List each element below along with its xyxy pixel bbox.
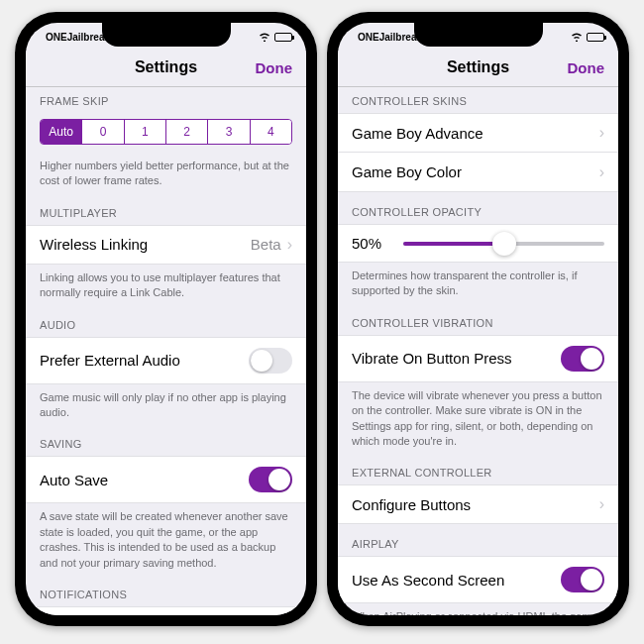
gba-skin-label: Game Boy Advance [352, 125, 483, 142]
settings-content[interactable]: FRAME SKIP Auto 0 1 2 3 4 Higher numbers… [26, 87, 306, 615]
vibration-footer: The device will vibrate whenever you pre… [338, 382, 618, 454]
airplay-footer: When AirPlaying or connected via HDMI, t… [338, 603, 618, 615]
multiplayer-footer: Linking allows you to use multiplayer fe… [26, 265, 306, 305]
battery-icon [274, 33, 292, 42]
chevron-right-icon: › [599, 495, 604, 513]
section-controller-opacity: CONTROLLER OPACITY [338, 192, 618, 224]
seg-4[interactable]: 4 [251, 120, 291, 144]
prefer-external-audio-toggle[interactable] [249, 348, 292, 374]
push-notifications-cell[interactable]: Push Notifications On› [26, 606, 306, 615]
screen: ONEJailbreak Settings Done FRAME SKIP Au… [26, 23, 306, 615]
section-controller-skins: CONTROLLER SKINS [338, 87, 618, 113]
chevron-right-icon: › [287, 236, 292, 254]
opacity-footer: Determines how transparent the controlle… [338, 263, 618, 303]
section-frame-skip: FRAME SKIP [26, 87, 306, 113]
done-button[interactable]: Done [256, 59, 293, 76]
section-external-controller: EXTERNAL CONTROLLER [338, 453, 618, 484]
section-airplay: AIRPLAY [338, 524, 618, 556]
chevron-right-icon: › [599, 163, 604, 181]
wireless-linking-label: Wireless Linking [40, 236, 148, 253]
nav-title: Settings [135, 58, 197, 76]
nav-title: Settings [447, 58, 509, 76]
section-notifications: NOTIFICATIONS [26, 575, 306, 606]
auto-save-toggle[interactable] [249, 467, 292, 492]
section-audio: AUDIO [26, 305, 306, 337]
wireless-linking-cell[interactable]: Wireless Linking Beta› [26, 225, 306, 265]
saving-footer: A save state will be created whenever an… [26, 503, 306, 575]
section-controller-vibration: CONTROLLER VIBRATION [338, 303, 618, 335]
prefer-external-audio-cell[interactable]: Prefer External Audio [26, 337, 306, 384]
gba-skin-cell[interactable]: Game Boy Advance › [338, 113, 618, 153]
seg-2[interactable]: 2 [166, 120, 208, 144]
nav-bar: Settings Done [26, 51, 306, 87]
opacity-slider[interactable] [403, 242, 604, 246]
opacity-value: 50% [352, 235, 391, 252]
wireless-linking-value: Beta› [251, 236, 292, 254]
second-screen-cell[interactable]: Use As Second Screen [338, 556, 618, 603]
screen: ONEJailbreak Settings Done CONTROLLER SK… [338, 23, 618, 615]
status-bar: ONEJailbreak [338, 23, 618, 51]
section-multiplayer: MULTIPLAYER [26, 193, 306, 225]
wifi-icon [259, 32, 270, 42]
seg-0[interactable]: 0 [82, 120, 124, 144]
phone-left: ONEJailbreak Settings Done FRAME SKIP Au… [15, 12, 317, 626]
vibrate-button-press-label: Vibrate On Button Press [352, 350, 511, 367]
section-saving: SAVING [26, 424, 306, 456]
status-icons [571, 32, 604, 42]
seg-1[interactable]: 1 [125, 120, 166, 144]
phone-right: ONEJailbreak Settings Done CONTROLLER SK… [327, 12, 629, 626]
auto-save-label: Auto Save [40, 472, 108, 488]
settings-content[interactable]: CONTROLLER SKINS Game Boy Advance › Game… [338, 87, 618, 615]
vibrate-button-press-toggle[interactable] [561, 346, 604, 372]
chevron-right-icon: › [599, 124, 604, 142]
second-screen-toggle[interactable] [561, 567, 604, 592]
prefer-external-audio-label: Prefer External Audio [40, 352, 180, 369]
frame-skip-segmented[interactable]: Auto 0 1 2 3 4 [40, 119, 292, 145]
status-bar: ONEJailbreak [26, 23, 306, 51]
audio-footer: Game music will only play if no other ap… [26, 384, 306, 425]
configure-buttons-cell[interactable]: Configure Buttons › [338, 484, 618, 524]
done-button[interactable]: Done [568, 59, 605, 76]
seg-auto[interactable]: Auto [41, 120, 82, 144]
frame-skip-footer: Higher numbers yield better performance,… [26, 153, 306, 193]
battery-icon [587, 33, 604, 42]
carrier: ONEJailbreak [40, 32, 110, 43]
opacity-slider-row[interactable]: 50% [338, 224, 618, 263]
carrier: ONEJailbreak [352, 32, 422, 43]
second-screen-label: Use As Second Screen [352, 572, 504, 589]
status-icons [259, 32, 292, 42]
auto-save-cell[interactable]: Auto Save [26, 456, 306, 503]
seg-3[interactable]: 3 [208, 120, 250, 144]
nav-bar: Settings Done [338, 51, 618, 87]
wifi-icon [571, 32, 583, 42]
vibrate-button-press-cell[interactable]: Vibrate On Button Press [338, 335, 618, 382]
gbc-skin-label: Game Boy Color [352, 163, 462, 180]
slider-thumb[interactable] [492, 232, 516, 256]
configure-buttons-label: Configure Buttons [352, 496, 471, 513]
gbc-skin-cell[interactable]: Game Boy Color › [338, 153, 618, 192]
